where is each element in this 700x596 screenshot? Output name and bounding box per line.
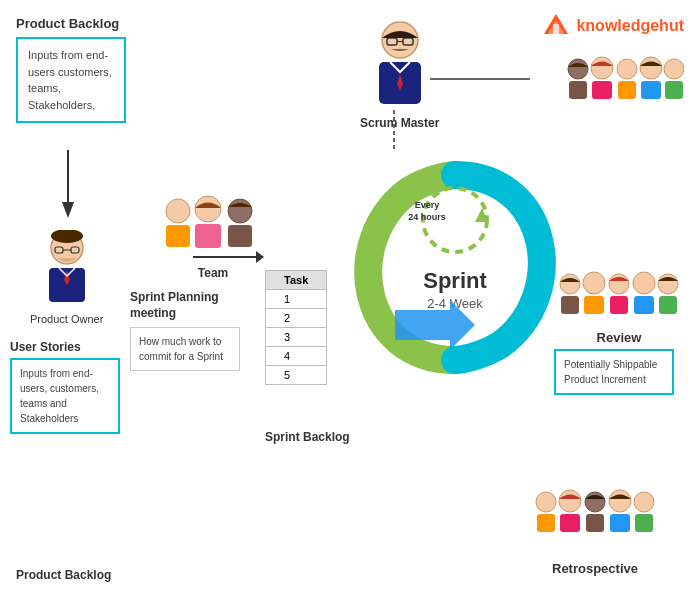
team-figures	[158, 195, 268, 260]
user-stories-box: Inputs from end-users, customers, teams …	[10, 358, 120, 434]
svg-point-58	[634, 492, 654, 512]
sprint-planning: Sprint Planning meeting How much work to…	[130, 290, 240, 371]
table-row: 1	[266, 290, 327, 309]
svg-rect-2	[553, 24, 559, 34]
product-owner-figure	[37, 230, 97, 305]
svg-rect-16	[228, 225, 252, 247]
svg-point-28	[640, 57, 662, 79]
retrospective-people	[530, 488, 660, 553]
svg-point-11	[166, 199, 190, 223]
sprint-svg: Sprint 2-4 Week Every 24 hours	[330, 120, 580, 400]
svg-rect-41	[561, 296, 579, 314]
logo-icon	[542, 12, 570, 40]
svg-rect-14	[195, 224, 221, 248]
table-row: 3	[266, 328, 327, 347]
sm-group-line	[430, 78, 530, 80]
svg-rect-45	[610, 296, 628, 314]
product-backlog-box: Inputs from end-users customers, teams, …	[16, 37, 126, 123]
task-table: Task 12345	[265, 270, 327, 385]
svg-point-30	[664, 59, 684, 79]
big-arrow-svg	[395, 300, 475, 350]
product-backlog-bottom-label: Product Backlog	[16, 568, 111, 582]
product-owner: Product Owner	[30, 230, 103, 325]
svg-rect-25	[592, 81, 612, 99]
svg-rect-53	[560, 514, 580, 532]
table-row: 5	[266, 366, 327, 385]
table-row: 2	[266, 309, 327, 328]
task-table-element: Task 12345	[265, 270, 327, 385]
down-arrow-svg	[58, 150, 78, 220]
scrum-master: Scrum Master	[360, 20, 439, 130]
svg-rect-29	[641, 81, 661, 99]
review-label: Review	[554, 330, 684, 345]
logo: knowledgehut	[542, 12, 684, 40]
svg-point-13	[195, 196, 221, 222]
svg-rect-59	[635, 514, 653, 532]
scrum-master-figure	[365, 20, 435, 110]
svg-rect-27	[618, 81, 636, 99]
sprint-planning-label: Sprint Planning meeting	[130, 290, 240, 321]
svg-point-52	[559, 490, 581, 512]
svg-point-50	[536, 492, 556, 512]
team-label: Team	[158, 266, 268, 280]
svg-marker-39	[395, 300, 475, 350]
task-cell: 5	[266, 366, 327, 385]
task-header: Task	[266, 271, 327, 290]
svg-marker-34	[475, 208, 488, 222]
svg-marker-4	[62, 202, 74, 218]
top-right-group	[564, 55, 684, 124]
review-section: Review Potentially Shippable Product Inc…	[554, 270, 684, 395]
product-backlog-top: Product Backlog Inputs from end-users cu…	[16, 16, 126, 123]
svg-point-26	[617, 59, 637, 79]
review-people	[554, 270, 684, 330]
svg-rect-57	[610, 514, 630, 532]
table-row: 4	[266, 347, 327, 366]
svg-point-24	[591, 57, 613, 79]
sprint-backlog-label: Sprint Backlog	[265, 430, 350, 444]
team-section: Team	[158, 195, 268, 280]
user-stories-title: User Stories	[10, 340, 120, 354]
product-owner-label: Product Owner	[30, 313, 103, 325]
top-right-people	[564, 55, 684, 120]
svg-rect-49	[659, 296, 677, 314]
down-arrow	[58, 150, 78, 220]
product-backlog-bottom: Product Backlog	[16, 568, 111, 582]
review-box: Potentially Shippable Product Increment	[554, 349, 674, 395]
task-cell: 4	[266, 347, 327, 366]
svg-rect-47	[634, 296, 654, 314]
svg-rect-12	[166, 225, 190, 247]
svg-text:24 hours: 24 hours	[408, 212, 446, 222]
user-stories: User Stories Inputs from end-users, cust…	[10, 340, 120, 434]
task-cell: 1	[266, 290, 327, 309]
svg-rect-55	[586, 514, 604, 532]
svg-point-22	[568, 59, 588, 79]
sprint-planning-text: How much work to commit for a Sprint	[139, 336, 223, 362]
svg-point-15	[228, 199, 252, 223]
svg-rect-43	[584, 296, 604, 314]
sm-line	[393, 110, 395, 150]
svg-text:Every: Every	[415, 200, 440, 210]
big-right-arrow	[395, 300, 475, 354]
sprint-area: Sprint 2-4 Week Every 24 hours	[330, 120, 580, 400]
product-backlog-top-title: Product Backlog	[16, 16, 126, 31]
svg-point-56	[609, 490, 631, 512]
task-cell: 3	[266, 328, 327, 347]
task-cell: 2	[266, 309, 327, 328]
logo-text: knowledgehut	[576, 17, 684, 35]
review-box-text: Potentially Shippable Product Increment	[564, 359, 657, 385]
svg-point-46	[633, 272, 655, 294]
svg-rect-51	[537, 514, 555, 532]
user-stories-text: Inputs from end-users, customers, teams …	[20, 368, 99, 424]
svg-point-40	[560, 274, 580, 294]
sprint-planning-box: How much work to commit for a Sprint	[130, 327, 240, 371]
team-arrow	[193, 256, 258, 258]
svg-rect-31	[665, 81, 683, 99]
svg-point-42	[583, 272, 605, 294]
retrospective-label: Retrospective	[530, 561, 660, 576]
retrospective-section: Retrospective	[530, 488, 660, 576]
svg-rect-23	[569, 81, 587, 99]
svg-text:Sprint: Sprint	[423, 268, 487, 293]
product-backlog-text: Inputs from end-users customers, teams, …	[28, 49, 112, 111]
